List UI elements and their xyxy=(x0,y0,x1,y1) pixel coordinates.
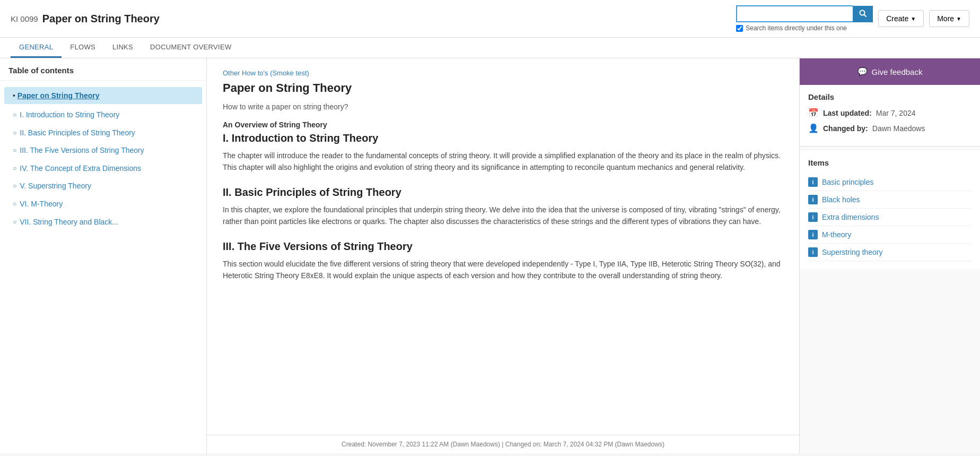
items-title: Items xyxy=(808,158,972,167)
page-title: Paper on String Theory xyxy=(42,13,160,25)
tab-flows[interactable]: FLOWS xyxy=(62,38,104,58)
breadcrumb[interactable]: Other How to's (Smoke test) xyxy=(223,69,783,77)
toc-main-item[interactable]: • Paper on String Theory xyxy=(4,87,202,104)
main-layout: Table of contents • Paper on String Theo… xyxy=(0,58,980,453)
tab-general[interactable]: GENERAL xyxy=(11,38,62,58)
toc-link-3[interactable]: III. The Five Versions of String Theory xyxy=(20,145,144,156)
header-title: KI 0099 Paper on String Theory xyxy=(11,13,728,25)
item-label-1[interactable]: Basic principles xyxy=(822,178,873,186)
item-row-4[interactable]: i M-theory xyxy=(808,226,972,244)
item-label-5[interactable]: Superstring theory xyxy=(822,248,882,256)
toc-link-1[interactable]: I. Introduction to String Theory xyxy=(20,110,119,121)
toc-bullet-1: ○ xyxy=(13,111,16,118)
search-row xyxy=(736,5,873,22)
toc-scroll: • Paper on String Theory ○ I. Introducti… xyxy=(0,81,206,453)
toc-header: Table of contents xyxy=(0,58,206,81)
item-icon-4: i xyxy=(808,230,818,239)
more-button[interactable]: More ▼ xyxy=(929,10,969,27)
header-right: Search items directly under this one Cre… xyxy=(736,5,969,32)
details-title: Details xyxy=(808,92,972,101)
ki-label: KI 0099 xyxy=(11,14,38,23)
feedback-button[interactable]: 💬 Give feedback xyxy=(800,58,980,85)
toc-item-4[interactable]: ○ IV. The Concept of Extra Dimensions xyxy=(0,160,206,178)
toc-item-7[interactable]: ○ VII. String Theory and Black... xyxy=(0,213,206,231)
toc-link-5[interactable]: V. Superstring Theory xyxy=(20,181,91,192)
create-button[interactable]: Create ▼ xyxy=(878,10,924,27)
search-wrapper: Search items directly under this one xyxy=(736,5,873,32)
changed-by-row: 👤 Changed by: Dawn Maedows xyxy=(808,123,972,133)
last-updated-value: Mar 7, 2024 xyxy=(876,109,916,117)
item-label-3[interactable]: Extra dimensions xyxy=(822,213,879,221)
create-chevron-icon: ▼ xyxy=(911,16,916,22)
changed-by-value: Dawn Maedows xyxy=(872,124,925,133)
right-sidebar: 💬 Give feedback Details 📅 Last updated: … xyxy=(800,58,980,453)
changed-by-label: Changed by: xyxy=(823,124,868,133)
search-button[interactable] xyxy=(853,6,873,22)
section-body-2: In this chapter, we explore the foundati… xyxy=(223,204,783,228)
toc-item-6[interactable]: ○ VI. M-Theory xyxy=(0,195,206,213)
item-row-2[interactable]: i Black holes xyxy=(808,191,972,209)
search-input[interactable] xyxy=(736,5,853,22)
toc-link-6[interactable]: VI. M-Theory xyxy=(20,199,63,210)
search-checkbox[interactable] xyxy=(736,25,743,32)
item-row-1[interactable]: i Basic principles xyxy=(808,174,972,191)
feedback-label: Give feedback xyxy=(872,67,923,76)
search-checkbox-label: Search items directly under this one xyxy=(746,24,847,32)
right-scroll: Details 📅 Last updated: Mar 7, 2024 👤 Ch… xyxy=(800,85,980,453)
content-main-title: Paper on String Theory xyxy=(223,81,783,95)
toc-bullet-4: ○ xyxy=(13,165,16,172)
tab-links[interactable]: LINKS xyxy=(104,38,142,58)
last-updated-row: 📅 Last updated: Mar 7, 2024 xyxy=(808,108,972,118)
toc-bullet-2: ○ xyxy=(13,129,16,136)
svg-line-1 xyxy=(864,14,867,16)
content-scroll: Other How to's (Smoke test) Paper on Str… xyxy=(207,58,799,435)
item-icon-5: i xyxy=(808,247,818,257)
search-icon xyxy=(859,10,867,17)
toc-item-1[interactable]: ○ I. Introduction to String Theory xyxy=(0,106,206,124)
header: KI 0099 Paper on String Theory Search it… xyxy=(0,0,980,38)
toc-main-link[interactable]: Paper on String Theory xyxy=(18,91,100,100)
item-row-5[interactable]: i Superstring theory xyxy=(808,244,972,261)
item-row-3[interactable]: i Extra dimensions xyxy=(808,209,972,226)
section-body-1: The chapter will introduce the reader to… xyxy=(223,150,783,174)
feedback-icon: 💬 xyxy=(858,67,868,76)
item-label-4[interactable]: M-theory xyxy=(822,230,851,239)
toc-bullet-6: ○ xyxy=(13,200,16,208)
calendar-icon: 📅 xyxy=(808,108,819,118)
items-section: Items i Basic principles i Black holes i… xyxy=(800,151,980,269)
more-chevron-icon: ▼ xyxy=(956,16,961,22)
section-body-3: This section would elucidate the five di… xyxy=(223,258,783,282)
toc-item-3[interactable]: ○ III. The Five Versions of String Theor… xyxy=(0,142,206,160)
toc-link-2[interactable]: II. Basic Principles of String Theory xyxy=(20,128,135,139)
item-icon-1: i xyxy=(808,177,818,187)
item-icon-3: i xyxy=(808,212,818,222)
content-footer: Created: November 7, 2023 11:22 AM (Dawn… xyxy=(207,435,799,453)
toc-bullet-3: ○ xyxy=(13,147,16,154)
toc-link-7[interactable]: VII. String Theory and Black... xyxy=(20,217,118,228)
section-title-2: II. Basic Principles of String Theory xyxy=(223,186,783,199)
tabs-bar: GENERAL FLOWS LINKS DOCUMENT OVERVIEW xyxy=(0,38,980,58)
toc-sidebar: Table of contents • Paper on String Theo… xyxy=(0,58,207,453)
details-section: Details 📅 Last updated: Mar 7, 2024 👤 Ch… xyxy=(800,85,980,147)
toc-bullet-7: ○ xyxy=(13,218,16,226)
item-label-2[interactable]: Black holes xyxy=(822,195,860,204)
tab-document-overview[interactable]: DOCUMENT OVERVIEW xyxy=(142,38,240,58)
content-area: Other How to's (Smoke test) Paper on Str… xyxy=(207,58,800,453)
item-icon-2: i xyxy=(808,195,818,204)
content-intro: How to write a paper on string theory? xyxy=(223,102,783,111)
content-overview-label: An Overview of String Theory xyxy=(223,121,783,129)
section-title-1: I. Introduction to String Theory xyxy=(223,132,783,144)
toc-item-2[interactable]: ○ II. Basic Principles of String Theory xyxy=(0,124,206,142)
toc-bullet-5: ○ xyxy=(13,182,16,190)
toc-item-5[interactable]: ○ V. Superstring Theory xyxy=(0,177,206,195)
last-updated-label: Last updated: xyxy=(823,109,872,117)
user-icon: 👤 xyxy=(808,123,819,133)
section-title-3: III. The Five Versions of String Theory xyxy=(223,240,783,253)
toc-link-4[interactable]: IV. The Concept of Extra Dimensions xyxy=(20,164,141,174)
search-checkbox-row: Search items directly under this one xyxy=(736,24,873,32)
